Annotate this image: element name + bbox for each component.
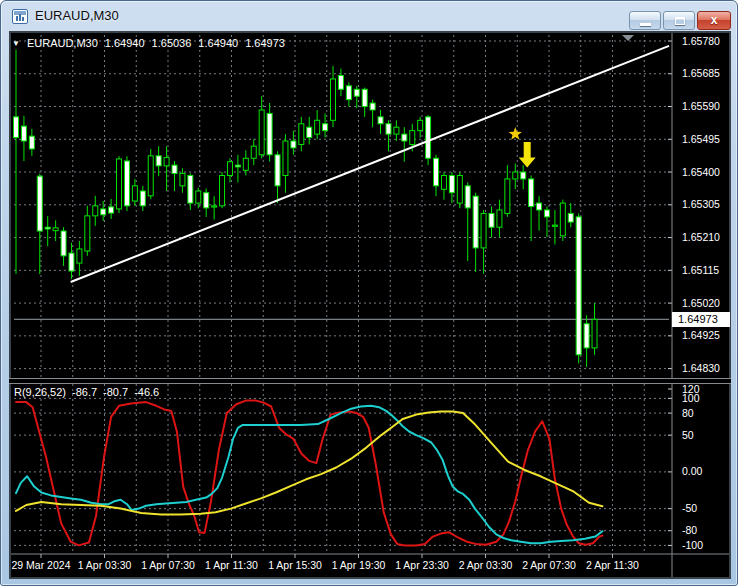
- candlestick: [156, 156, 161, 166]
- candlestick: [370, 103, 375, 110]
- candlestick: [275, 155, 280, 186]
- candlestick: [394, 127, 399, 134]
- candlestick: [497, 210, 502, 227]
- candlestick: [552, 225, 557, 226]
- candlestick: [69, 253, 74, 271]
- candlestick: [410, 131, 415, 145]
- candlestick: [331, 79, 336, 120]
- candlestick: [386, 124, 391, 134]
- price-axis-label: 1.65685: [682, 67, 720, 79]
- candlestick: [14, 117, 19, 138]
- candlestick: [299, 124, 304, 145]
- time-axis-label: 29 Mar 2024: [12, 559, 71, 571]
- ohlc-header: ▼ EURAUD,M30 1.64940 1.65036 1.64940 1.6…: [12, 37, 285, 49]
- header-close: 1.64973: [245, 37, 285, 49]
- candlestick: [227, 162, 232, 176]
- price-axis-label: 1.65305: [682, 198, 720, 210]
- candlestick: [93, 206, 98, 216]
- candlestick: [362, 89, 367, 106]
- candlestick: [291, 141, 296, 148]
- time-axis-label: 2 Apr 03:30: [459, 559, 513, 571]
- header-high: 1.65036: [152, 37, 192, 49]
- time-axis-label: 2 Apr 11:30: [586, 559, 639, 571]
- header-open: 1.64940: [105, 37, 145, 49]
- candlestick: [77, 249, 82, 263]
- candlestick: [259, 110, 264, 155]
- candlestick: [402, 134, 407, 141]
- price-axis-label: 1.65590: [682, 100, 720, 112]
- candlestick: [117, 159, 122, 209]
- candlestick: [109, 207, 114, 213]
- candlestick: [346, 86, 351, 100]
- candlestick: [140, 191, 145, 206]
- candlestick: [560, 203, 565, 236]
- symbol-dropdown-icon[interactable]: ▼: [12, 39, 20, 48]
- candlestick: [220, 175, 225, 205]
- candlestick: [21, 126, 26, 141]
- down-arrow-annotation-icon[interactable]: [519, 142, 536, 168]
- chart-window: EURAUD,M30 x 1.657801.656851.655901.6549…: [0, 0, 738, 586]
- candlestick: [172, 165, 177, 173]
- price-axis-label: 1.65780: [682, 35, 720, 47]
- candlestick: [323, 124, 328, 131]
- candlestick: [267, 113, 272, 154]
- indicator-value-r9: -86.7: [72, 386, 97, 398]
- candlestick: [449, 175, 454, 192]
- candlestick: [132, 186, 137, 201]
- candlestick: [243, 158, 248, 170]
- candlestick: [204, 193, 209, 208]
- candlestick: [196, 191, 201, 203]
- chart-canvas[interactable]: 1.657801.656851.655901.654951.654001.653…: [1, 1, 738, 586]
- indicator-axis-label: 100: [682, 392, 700, 404]
- candlestick: [45, 227, 50, 229]
- candlestick: [537, 203, 542, 210]
- candlestick: [576, 217, 581, 355]
- indicator-axis-label: 50: [682, 429, 694, 441]
- candlestick: [354, 89, 359, 96]
- candlestick: [307, 127, 312, 137]
- price-axis-label: 1.65495: [682, 133, 720, 145]
- candlestick: [101, 209, 106, 215]
- candlestick: [489, 213, 494, 227]
- time-axis-label: 1 Apr 07:30: [141, 559, 195, 571]
- candlestick: [521, 172, 526, 179]
- chart-shift-marker-icon: [622, 35, 634, 41]
- candlestick: [283, 141, 288, 175]
- indicator-value-r26: -80.7: [103, 386, 128, 398]
- indicator-value-r52: -46.6: [134, 386, 159, 398]
- indicator-axis-label: -80: [682, 524, 697, 536]
- price-axis-label: 1.64925: [682, 329, 720, 341]
- candlestick: [592, 319, 597, 348]
- candlestick: [124, 161, 129, 206]
- star-annotation-icon[interactable]: [509, 127, 522, 140]
- candlestick: [251, 146, 256, 158]
- candlestick: [212, 206, 217, 207]
- indicator-axis-label: -50: [682, 502, 697, 514]
- indicator-axis-label: 0.00: [682, 465, 703, 477]
- candlestick: [584, 324, 589, 348]
- candlestick: [53, 228, 58, 231]
- candlestick: [180, 173, 185, 185]
- candlestick: [457, 175, 462, 203]
- indicator-axis-label: 80: [682, 407, 694, 419]
- time-axis-label: 1 Apr 11:30: [205, 559, 258, 571]
- current-price-box: 1.64973: [672, 312, 730, 327]
- price-axis-label: 1.65020: [682, 297, 720, 309]
- time-axis-label: 1 Apr 03:30: [78, 559, 132, 571]
- header-symbol: EURAUD,M30: [27, 37, 98, 49]
- percent-r-line-9: [16, 401, 602, 546]
- candlestick: [473, 196, 478, 248]
- candlestick: [315, 120, 320, 134]
- panel-separator[interactable]: [9, 378, 731, 384]
- time-axis-label: 1 Apr 19:30: [332, 559, 386, 571]
- candlestick: [544, 210, 549, 217]
- time-axis-label: 1 Apr 15:30: [268, 559, 322, 571]
- candlestick: [505, 179, 510, 213]
- candlestick: [61, 231, 66, 256]
- candlestick: [29, 136, 34, 149]
- indicator-axis-label: -100: [682, 539, 703, 551]
- candlestick: [426, 117, 431, 158]
- candlestick: [529, 179, 534, 207]
- percent-r-line-26: [16, 406, 602, 543]
- candlestick: [465, 186, 470, 208]
